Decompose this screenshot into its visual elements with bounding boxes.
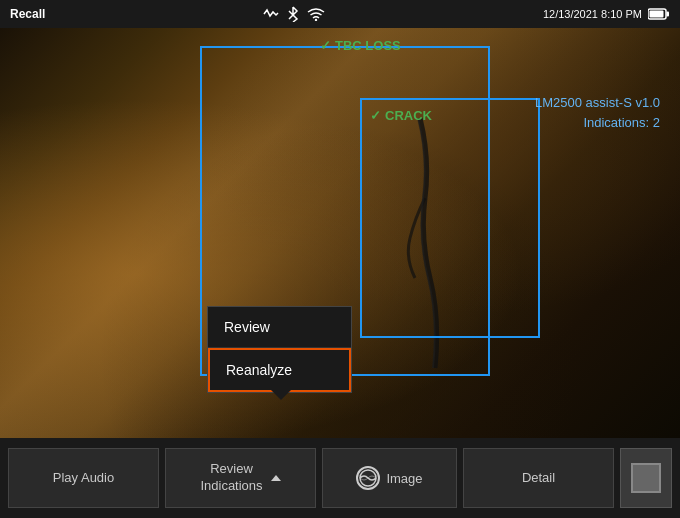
- status-icons: [263, 6, 325, 22]
- app-name: Recall: [10, 7, 45, 21]
- review-indications-button[interactable]: Review Indications: [165, 448, 316, 508]
- toolbar: Play Audio Review Indications Image Deta…: [0, 438, 680, 518]
- status-bar: Recall 12/13/2021 8:10 PM: [0, 0, 680, 28]
- image-label: Image: [386, 471, 422, 486]
- dropdown-arrow: [271, 390, 291, 400]
- detection-box-inner: [360, 98, 540, 338]
- battery-icon: [648, 8, 670, 20]
- image-360-icon: [356, 466, 380, 490]
- svg-rect-3: [650, 11, 664, 18]
- chevron-up-icon: [271, 475, 281, 481]
- date-time: 12/13/2021 8:10 PM: [543, 8, 642, 20]
- indications-count: Indications: 2: [535, 113, 660, 133]
- ai-model-name: LM2500 assist-S v1.0: [535, 93, 660, 113]
- status-right: 12/13/2021 8:10 PM: [543, 8, 670, 20]
- crack-label: CRACK: [370, 108, 432, 123]
- dropdown-reanalyze-item[interactable]: Reanalyze: [208, 348, 351, 392]
- svg-point-0: [315, 19, 317, 21]
- activity-icon: [263, 6, 279, 22]
- tbc-loss-label: TBC LOSS: [320, 38, 401, 53]
- review-indications-label: Review Indications: [200, 461, 262, 495]
- wifi-icon: [307, 7, 325, 21]
- dropdown-menu: Review Reanalyze: [207, 306, 352, 393]
- ai-info: LM2500 assist-S v1.0 Indications: 2: [535, 93, 660, 132]
- play-audio-button[interactable]: Play Audio: [8, 448, 159, 508]
- thumbnail-icon: [631, 463, 661, 493]
- svg-rect-2: [667, 12, 670, 17]
- dropdown-review-item[interactable]: Review: [208, 307, 351, 348]
- image-button[interactable]: Image: [322, 448, 457, 508]
- detail-button[interactable]: Detail: [463, 448, 614, 508]
- bluetooth-icon: [287, 6, 299, 22]
- thumbnail-button[interactable]: [620, 448, 672, 508]
